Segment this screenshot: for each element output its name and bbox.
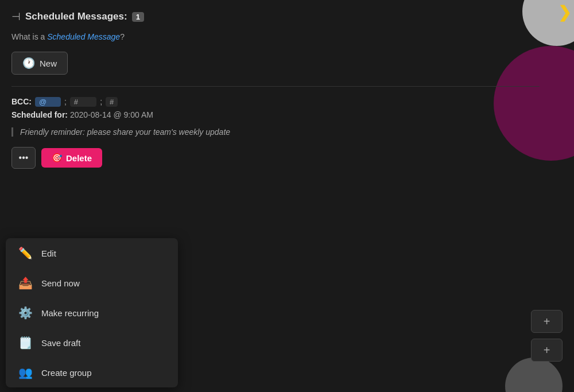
menu-label-edit: Edit: [41, 249, 56, 258]
menu-icon-send-now: 📤: [17, 276, 33, 290]
menu-label-send-now: Send now: [41, 278, 80, 288]
more-options-icon: •••: [19, 153, 29, 163]
bcc-semicolon-2: ;: [100, 97, 104, 106]
menu-label-save-draft: Save draft: [41, 338, 80, 348]
menu-icon-edit: ✏️: [17, 246, 33, 260]
menu-item-make-recurring[interactable]: ⚙️Make recurring: [6, 298, 178, 328]
scheduled-message-link[interactable]: Scheduled Message: [47, 32, 120, 41]
menu-item-create-group[interactable]: 👥Create group: [6, 358, 178, 387]
scheduled-for-field: Scheduled for: 2020-08-14 @ 9:00 AM: [11, 110, 540, 119]
delete-button-icon: 🎯: [52, 153, 63, 163]
menu-icon-make-recurring: ⚙️: [17, 306, 33, 320]
menu-item-send-now[interactable]: 📤Send now: [6, 268, 178, 298]
page-header: ⊣ Scheduled Messages: 1: [11, 10, 540, 23]
more-options-button[interactable]: •••: [11, 147, 36, 169]
bcc-hash-tag-2: #: [106, 97, 118, 107]
delete-button-label: Delete: [66, 153, 92, 163]
subtitle-text: What is a Scheduled Message?: [11, 32, 540, 41]
delete-button[interactable]: 🎯 Delete: [41, 148, 102, 168]
menu-icon-create-group: 👥: [17, 366, 33, 379]
context-menu: ✏️Edit📤Send now⚙️Make recurring🗒️Save dr…: [6, 238, 178, 387]
message-count-badge: 1: [132, 12, 144, 22]
new-message-button[interactable]: 🕐 New: [11, 52, 68, 75]
action-row: ••• 🎯 Delete: [11, 147, 540, 169]
section-divider-1: [11, 86, 540, 87]
menu-label-create-group: Create group: [41, 368, 92, 378]
preview-text: Friendly reminder: please share your tea…: [20, 127, 230, 137]
new-button-icon: 🕐: [22, 57, 35, 69]
scheduled-messages-icon: ⊣: [11, 10, 21, 23]
menu-label-make-recurring: Make recurring: [41, 308, 99, 318]
scheduled-value: 2020-08-14 @ 9:00 AM: [70, 110, 153, 119]
bcc-hash-tag-1: #: [70, 97, 97, 107]
menu-item-edit[interactable]: ✏️Edit: [6, 238, 178, 268]
scheduled-label: Scheduled for:: [11, 110, 68, 119]
bcc-label: BCC:: [11, 97, 32, 106]
subtitle-before: What is a: [11, 32, 47, 41]
menu-item-save-draft[interactable]: 🗒️Save draft: [6, 328, 178, 358]
menu-icon-save-draft: 🗒️: [17, 336, 33, 350]
page-title: Scheduled Messages:: [25, 11, 127, 22]
subtitle-after: ?: [120, 32, 125, 41]
bcc-field: BCC: @ ; # ; #: [11, 97, 540, 107]
new-button-label: New: [40, 59, 57, 68]
bcc-at-tag: @: [35, 97, 61, 107]
message-preview: Friendly reminder: please share your tea…: [11, 127, 540, 137]
bcc-semicolon-1: ;: [64, 97, 69, 106]
